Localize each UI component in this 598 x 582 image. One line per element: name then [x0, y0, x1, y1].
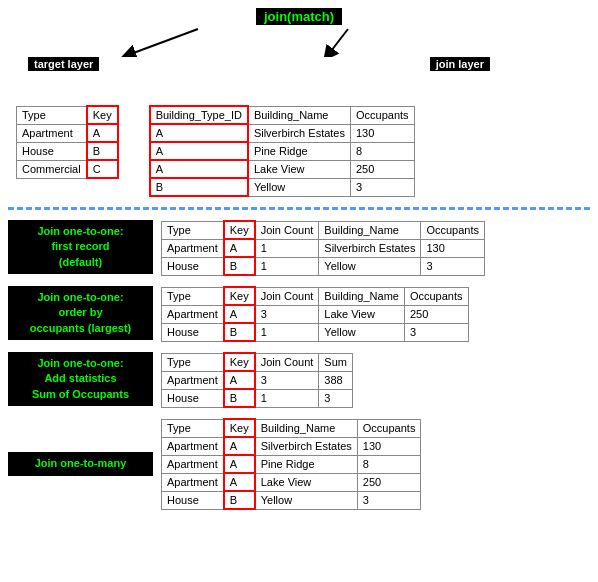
right-col-occ: Occupants [350, 106, 414, 124]
left-table: Type Key Apartment A House B Commercial … [16, 105, 119, 179]
s4-col-key: Key [224, 419, 255, 437]
right-row-4-id: B [150, 178, 248, 196]
s4-col-name: Building_Name [255, 419, 358, 437]
s3-col-count: Join Count [255, 353, 319, 371]
s1-r2-count: 1 [255, 257, 319, 275]
section4: Join one-to-many Type Key Building_Name … [8, 418, 590, 510]
section1: Join one-to-one: first record (default) … [8, 220, 590, 276]
join-title-container: join(match) [8, 8, 590, 27]
left-row-3-type: Commercial [17, 160, 87, 178]
s2-r2-occ: 3 [404, 323, 468, 341]
right-row-4-name: Yellow [248, 178, 351, 196]
s1-r2-key: B [224, 257, 255, 275]
right-row-2-occ: 8 [350, 142, 414, 160]
section2: Join one-to-one: order by occupants (lar… [8, 286, 590, 342]
s1-col-key: Key [224, 221, 255, 239]
right-row-2-name: Pine Ridge [248, 142, 351, 160]
s4-col-occ: Occupants [357, 419, 421, 437]
section2-label: Join one-to-one: order by occupants (lar… [8, 286, 153, 340]
s2-r1-name: Lake View [319, 305, 405, 323]
right-label: join layer [430, 57, 490, 71]
right-row-4-occ: 3 [350, 178, 414, 196]
s1-col-occ: Occupants [421, 221, 485, 239]
s4-r3-name: Lake View [255, 473, 358, 491]
s3-r1-sum: 388 [319, 371, 353, 389]
top-tables-section: Type Key Apartment A House B Commercial … [8, 75, 590, 197]
s2-col-key: Key [224, 287, 255, 305]
section1-label: Join one-to-one: first record (default) [8, 220, 153, 274]
labels-row: target layer join layer [8, 57, 590, 71]
s1-r1-name: Silverbirch Estates [319, 239, 421, 257]
s4-r1-occ: 130 [357, 437, 421, 455]
right-col-id: Building_Type_ID [150, 106, 248, 124]
s2-r1-key: A [224, 305, 255, 323]
section1-label-line3: (default) [12, 255, 149, 270]
s3-col-type: Type [162, 353, 224, 371]
s4-r1-name: Silverbirch Estates [255, 437, 358, 455]
s2-r2-name: Yellow [319, 323, 405, 341]
s2-col-count: Join Count [255, 287, 319, 305]
right-table-container: Building_Type_ID Building_Name Occupants… [149, 105, 415, 197]
s2-r1-type: Apartment [162, 305, 224, 323]
section3-table-container: Type Key Join Count Sum Apartment A 3 38… [161, 352, 353, 408]
svg-line-1 [328, 29, 348, 55]
section2-table-container: Type Key Join Count Building_Name Occupa… [161, 286, 469, 342]
s3-r2-key: B [224, 389, 255, 407]
section3-label-line3: Sum of Occupants [12, 387, 149, 402]
s4-r2-key: A [224, 455, 255, 473]
s4-r2-type: Apartment [162, 455, 224, 473]
s1-col-type: Type [162, 221, 224, 239]
s4-r4-key: B [224, 491, 255, 509]
right-row-1-id: A [150, 124, 248, 142]
s1-r2-type: House [162, 257, 224, 275]
section2-table: Type Key Join Count Building_Name Occupa… [161, 286, 469, 342]
s3-col-sum: Sum [319, 353, 353, 371]
section1-table-container: Type Key Join Count Building_Name Occupa… [161, 220, 485, 276]
left-col-type: Type [17, 106, 87, 124]
s1-r1-count: 1 [255, 239, 319, 257]
section3-table: Type Key Join Count Sum Apartment A 3 38… [161, 352, 353, 408]
s4-r1-type: Apartment [162, 437, 224, 455]
right-row-3-occ: 250 [350, 160, 414, 178]
right-table: Building_Type_ID Building_Name Occupants… [149, 105, 415, 197]
join-title: join(match) [256, 8, 342, 25]
s4-r4-type: House [162, 491, 224, 509]
left-row-1-key: A [87, 124, 118, 142]
left-col-key: Key [87, 106, 118, 124]
s4-r3-key: A [224, 473, 255, 491]
s4-col-type: Type [162, 419, 224, 437]
dashed-divider [8, 207, 590, 210]
section2-label-line1: Join one-to-one: [12, 290, 149, 305]
s2-r2-key: B [224, 323, 255, 341]
section3-label: Join one-to-one: Add statistics Sum of O… [8, 352, 153, 406]
s3-r1-count: 3 [255, 371, 319, 389]
section4-table: Type Key Building_Name Occupants Apartme… [161, 418, 421, 510]
section3: Join one-to-one: Add statistics Sum of O… [8, 352, 590, 408]
s3-r2-type: House [162, 389, 224, 407]
section4-label-line1: Join one-to-many [12, 456, 149, 471]
arrows-svg [8, 27, 598, 57]
right-row-3-id: A [150, 160, 248, 178]
section2-label-line3: occupants (largest) [12, 321, 149, 336]
svg-line-0 [128, 29, 198, 55]
s3-r1-type: Apartment [162, 371, 224, 389]
left-label: target layer [28, 57, 99, 71]
right-row-1-occ: 130 [350, 124, 414, 142]
section2-label-line2: order by [12, 305, 149, 320]
s2-col-type: Type [162, 287, 224, 305]
s3-col-key: Key [224, 353, 255, 371]
right-row-1-name: Silverbirch Estates [248, 124, 351, 142]
s1-r1-occ: 130 [421, 239, 485, 257]
s2-col-occ: Occupants [404, 287, 468, 305]
section4-label: Join one-to-many [8, 452, 153, 475]
s2-r1-count: 3 [255, 305, 319, 323]
s1-col-name: Building_Name [319, 221, 421, 239]
section3-label-line2: Add statistics [12, 371, 149, 386]
s2-col-name: Building_Name [319, 287, 405, 305]
s4-r3-occ: 250 [357, 473, 421, 491]
main-container: join(match) target layer join layer [0, 0, 598, 528]
section3-label-line1: Join one-to-one: [12, 356, 149, 371]
s4-r3-type: Apartment [162, 473, 224, 491]
s4-r2-occ: 8 [357, 455, 421, 473]
left-row-3-key: C [87, 160, 118, 178]
